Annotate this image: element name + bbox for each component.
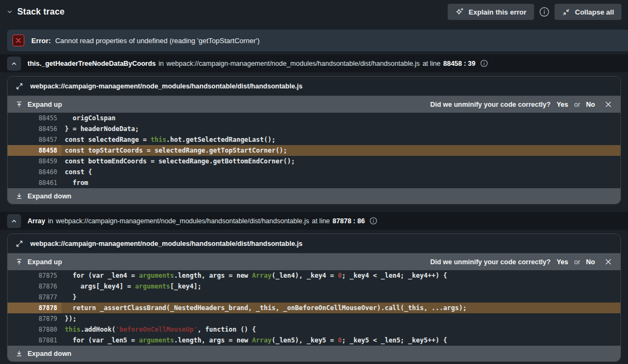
expand-up-icon[interactable] <box>16 101 23 108</box>
expand-up-icon[interactable] <box>16 258 23 265</box>
line-number: 88460 <box>8 167 62 177</box>
frame-line-col: 87878 : 86 <box>333 217 365 225</box>
unminify-yes-button[interactable]: Yes <box>557 101 569 108</box>
code-file-title: webpack://campaign-management/node_modul… <box>30 83 302 90</box>
expand-down-icon[interactable] <box>16 350 23 357</box>
code-file-header: webpack://campaign-management/node_modul… <box>8 77 620 96</box>
line-number: 88456 <box>8 123 62 134</box>
code-line: 88460const { <box>8 167 620 177</box>
code-line: 87875 for (var _len4 = arguments.length,… <box>8 270 620 281</box>
code-text: args[_key4] = arguments[_key4]; <box>62 281 201 292</box>
frame-collapse-button[interactable] <box>7 214 21 228</box>
frame-title: this._getHeaderTreeNodeDataByCoords in w… <box>28 59 488 67</box>
code-text: } <box>62 292 77 303</box>
code-text: from <box>62 177 88 188</box>
line-number: 87875 <box>8 270 62 281</box>
frame-line-col: 88458 : 39 <box>443 60 476 67</box>
explain-error-button[interactable]: Explain this error <box>448 4 534 20</box>
line-number: 88457 <box>8 134 62 145</box>
line-number: 88459 <box>8 156 62 167</box>
code-lines: 88455 origColspan88456} = headerNodeData… <box>8 113 620 188</box>
explain-error-label: Explain this error <box>469 8 526 16</box>
error-label: Error: <box>31 37 51 45</box>
sparkle-icon <box>455 8 464 16</box>
code-line: 88455 origColspan <box>8 113 620 123</box>
close-icon[interactable] <box>604 100 612 108</box>
code-text: const { <box>62 167 92 177</box>
line-number: 87878 <box>8 303 62 313</box>
code-line-highlighted: 87878 return _assertClassBrand(_NestedHe… <box>8 303 620 313</box>
unminify-no-button[interactable]: No <box>586 258 595 266</box>
frame-function-name: Array <box>28 217 45 225</box>
code-text: for (var _len5 = arguments.length, args … <box>62 335 447 346</box>
code-line: 87876 args[_key4] = arguments[_key4]; <box>8 281 620 292</box>
frame-info-icon[interactable] <box>480 59 488 67</box>
code-line: 87877 } <box>8 292 620 303</box>
code-text: }); <box>62 313 77 324</box>
code-line: 88457const selectedRange = this.hot.getS… <box>8 134 620 145</box>
code-lines: 87875 for (var _len4 = arguments.length,… <box>8 270 620 346</box>
code-viewer-2: webpack://campaign-management/node_modul… <box>7 233 621 362</box>
expand-down-bar: Expand down <box>8 346 620 361</box>
unminify-prompt: Did we unminify your code correctly? Yes… <box>430 258 612 266</box>
unminify-question: Did we unminify your code correctly? <box>430 258 551 266</box>
code-text: const topStartCoords = selectedRange.get… <box>62 145 287 156</box>
code-viewer-1: webpack://campaign-management/node_modul… <box>7 76 621 204</box>
expand-up-label[interactable]: Expand up <box>28 258 62 266</box>
expand-down-label[interactable]: Expand down <box>28 193 71 200</box>
collapse-all-label: Collapse all <box>575 8 614 16</box>
expand-down-icon[interactable] <box>16 193 23 200</box>
expand-up-bar: Expand up Did we unminify your code corr… <box>8 96 620 113</box>
frame-header-1: this._getHeaderTreeNodeDataByCoords in w… <box>0 54 628 72</box>
error-x-icon <box>12 35 24 46</box>
code-line: 88459const bottomEndCoords = selectedRan… <box>8 156 620 167</box>
code-line: 87879}); <box>8 313 620 324</box>
frame-header-2: Array in webpack://campaign-management/n… <box>0 212 628 230</box>
frame-info-icon[interactable] <box>369 217 377 225</box>
page-title: Stack trace <box>17 7 65 17</box>
frame-title: Array in webpack://campaign-management/n… <box>28 217 377 225</box>
code-line: 88461 from <box>8 177 620 188</box>
fullscreen-expand-icon[interactable] <box>16 240 23 248</box>
collapse-arrows-icon <box>562 8 570 16</box>
expand-up-label[interactable]: Expand up <box>28 101 62 108</box>
code-text: this.addHook('beforeOnCellMouseUp', func… <box>62 324 256 335</box>
code-text: for (var _len4 = arguments.length, args … <box>62 270 447 281</box>
line-number: 87880 <box>8 324 62 335</box>
fullscreen-expand-icon[interactable] <box>16 83 23 90</box>
frame-atline-text: at line <box>312 217 329 225</box>
code-text: const bottomEndCoords = selectedRange.ge… <box>62 156 295 167</box>
frame-atline-text: at line <box>422 60 440 67</box>
error-banner: Error: Cannot read properties of undefin… <box>7 30 628 51</box>
code-file-title: webpack://campaign-management/node_modul… <box>30 240 302 248</box>
error-message: Cannot read properties of undefined (rea… <box>55 37 260 45</box>
unminify-yes-button[interactable]: Yes <box>557 258 569 266</box>
line-number: 87877 <box>8 292 62 303</box>
code-text: } = headerNodeData; <box>62 123 139 134</box>
frame-in-text: in <box>159 60 164 67</box>
unminify-or-text: or <box>574 101 580 108</box>
frame-collapse-button[interactable] <box>7 57 21 71</box>
expand-down-label[interactable]: Expand down <box>28 350 71 358</box>
code-line: 87881 for (var _len5 = arguments.length,… <box>8 335 620 346</box>
unminify-prompt: Did we unminify your code correctly? Yes… <box>430 100 612 108</box>
close-icon[interactable] <box>604 258 612 266</box>
line-number: 87881 <box>8 335 62 346</box>
unminify-or-text: or <box>574 258 580 266</box>
header-actions: Explain this error Collapse all <box>448 4 622 20</box>
frame-file-path: webpack://campaign-management/node_modul… <box>56 217 309 225</box>
section-collapse-chevron-icon[interactable] <box>4 9 15 15</box>
collapse-all-button[interactable]: Collapse all <box>555 4 622 20</box>
frame-file-path: webpack://campaign-management/node_modul… <box>166 60 420 67</box>
line-number: 87879 <box>8 313 62 324</box>
info-icon[interactable] <box>539 6 550 17</box>
frame-in-text: in <box>48 217 53 225</box>
frame-function-name: this._getHeaderTreeNodeDataByCoords <box>28 60 156 67</box>
code-line: 87880this.addHook('beforeOnCellMouseUp',… <box>8 324 620 335</box>
code-line: 88456} = headerNodeData; <box>8 123 620 134</box>
code-text: const selectedRange = this.hot.getSelect… <box>62 134 275 145</box>
line-number: 87876 <box>8 281 62 292</box>
unminify-no-button[interactable]: No <box>586 101 595 108</box>
code-text: origColspan <box>62 113 116 123</box>
code-line-highlighted: 88458const topStartCoords = selectedRang… <box>8 145 620 156</box>
